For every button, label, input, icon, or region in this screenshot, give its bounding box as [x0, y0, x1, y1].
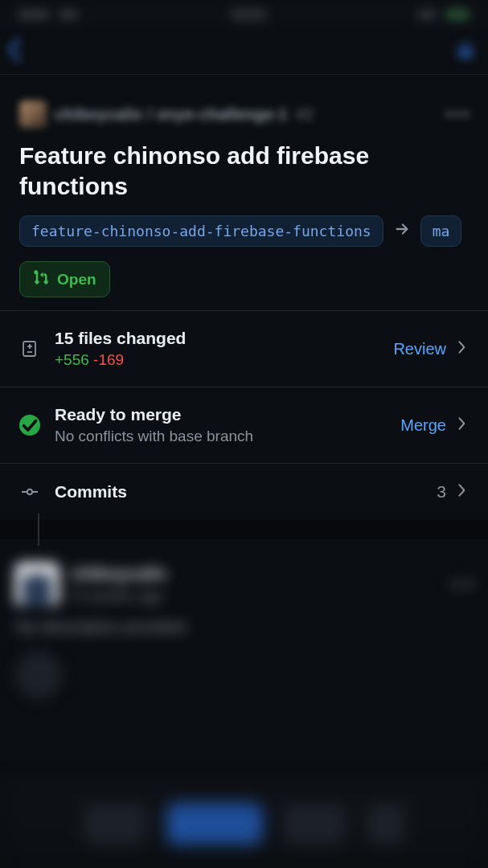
- repo-owner-avatar: [19, 100, 47, 128]
- more-button[interactable]: [446, 112, 469, 117]
- additions-count: +556: [55, 351, 89, 368]
- arrow-right-icon: [393, 220, 411, 243]
- breadcrumb[interactable]: chiboycalix / enye-challenge-1 #2: [19, 100, 314, 128]
- merge-title: Ready to merge: [55, 405, 386, 424]
- lock-icon[interactable]: [454, 39, 477, 64]
- comment-more-button[interactable]: [451, 582, 474, 587]
- chevron-right-icon: [454, 339, 469, 359]
- toolbar-primary-button[interactable]: [166, 803, 263, 845]
- breadcrumb-owner: chiboycalix: [55, 105, 142, 123]
- bottom-toolbar: [0, 780, 488, 868]
- review-link[interactable]: Review: [393, 340, 446, 358]
- commits-row[interactable]: Commits 3: [0, 464, 488, 520]
- device-status-bar: [0, 0, 488, 29]
- svg-point-4: [27, 489, 32, 494]
- files-changed-row[interactable]: 15 files changed +556 -169 Review: [0, 311, 488, 387]
- comment-author[interactable]: chiboycalix: [71, 563, 167, 584]
- comment-time: 9 months ago: [71, 588, 167, 605]
- git-pull-request-icon: [33, 268, 49, 290]
- merge-link[interactable]: Merge: [400, 416, 446, 435]
- comment-author-avatar[interactable]: [14, 562, 59, 607]
- pr-title: Feature chinonso add firebase functions: [19, 141, 469, 201]
- files-changed-title: 15 files changed: [55, 329, 379, 348]
- chevron-right-icon: [454, 482, 469, 502]
- deletions-count: -169: [93, 351, 124, 368]
- comment-body: No description provided.: [16, 618, 474, 637]
- source-branch-pill[interactable]: feature-chinonso-add-firebase-functions: [19, 215, 383, 247]
- app-nav-bar: [0, 29, 488, 74]
- branch-row: feature-chinonso-add-firebase-functions …: [19, 215, 469, 247]
- breadcrumb-repo: enye-challenge-1: [157, 105, 287, 123]
- add-reaction-button[interactable]: [14, 651, 63, 699]
- back-icon[interactable]: [5, 36, 26, 67]
- toolbar-slot[interactable]: [282, 803, 347, 845]
- breadcrumb-sep: /: [146, 105, 154, 123]
- pr-status-label: Open: [57, 271, 96, 289]
- file-diff-icon: [19, 338, 40, 359]
- merge-subtitle: No conflicts with base branch: [55, 428, 386, 445]
- toolbar-slot[interactable]: [83, 803, 147, 845]
- commits-count: 3: [437, 482, 446, 502]
- git-commit-icon: [19, 481, 40, 502]
- merge-status-row[interactable]: Ready to merge No conflicts with base br…: [0, 387, 488, 464]
- target-branch-pill[interactable]: ma: [420, 215, 462, 247]
- check-circle-icon: [19, 415, 40, 436]
- chevron-right-icon: [454, 416, 469, 436]
- commits-title: Commits: [55, 482, 422, 502]
- breadcrumb-pr-number: #2: [291, 105, 314, 123]
- toolbar-slot[interactable]: [366, 803, 406, 845]
- pr-open-badge: Open: [19, 261, 110, 297]
